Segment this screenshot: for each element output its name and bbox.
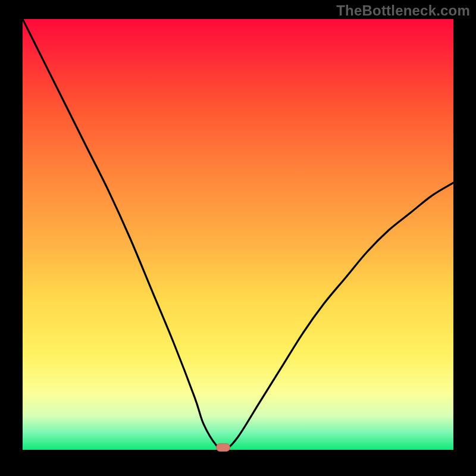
bottleneck-curve — [23, 19, 453, 450]
plot-area — [23, 19, 453, 450]
optimum-marker — [216, 443, 230, 452]
watermark-text: TheBottleneck.com — [336, 2, 470, 19]
chart-frame: TheBottleneck.com — [0, 0, 476, 476]
